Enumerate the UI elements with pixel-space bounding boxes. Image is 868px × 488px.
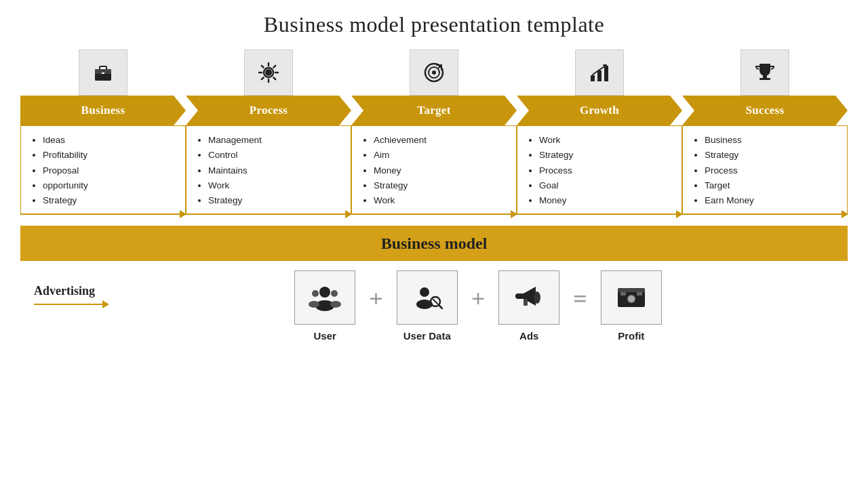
- advertising-section: Advertising: [34, 270, 122, 305]
- svg-rect-13: [763, 75, 767, 78]
- svg-point-33: [629, 296, 634, 302]
- target-arrow-shape: Target: [351, 96, 517, 125]
- list-item: Proposal: [43, 163, 178, 178]
- target-content: Achievement Aim Money Strategy Work: [351, 125, 517, 214]
- ads-label: Ads: [519, 330, 538, 342]
- growth-content: Work Strategy Process Goal Money: [517, 125, 682, 214]
- list-item: Work: [374, 193, 509, 208]
- list-item: Strategy: [539, 148, 675, 163]
- list-item: Work: [539, 133, 675, 148]
- list-item: Maintains: [208, 163, 344, 178]
- process-list: Management Control Maintains Work Strate…: [199, 133, 344, 208]
- user-label: User: [314, 330, 336, 342]
- user-data-label: User Data: [403, 330, 451, 342]
- list-item: opportunity: [43, 178, 178, 193]
- formula-user-data: User Data: [397, 270, 458, 342]
- success-bottom-arrow: [682, 214, 848, 215]
- list-item: Ideas: [43, 133, 178, 148]
- process-content: Management Control Maintains Work Strate…: [186, 125, 351, 214]
- svg-point-8: [432, 70, 436, 75]
- process-label: Process: [250, 104, 288, 117]
- process-arrow-line: [186, 214, 351, 215]
- plus-operator-2: +: [471, 285, 486, 328]
- list-item: Money: [374, 163, 509, 178]
- list-item: Money: [539, 193, 675, 208]
- list-item: Strategy: [374, 178, 509, 193]
- list-item: Aim: [374, 148, 509, 163]
- list-item: Strategy: [43, 193, 178, 208]
- profit-icon-box: [601, 270, 662, 325]
- main-title: Business model presentation template: [264, 12, 604, 37]
- growth-arrow-line: [517, 214, 682, 215]
- equals-operator: =: [573, 285, 587, 328]
- target-icon-box: [410, 49, 458, 96]
- formula-ads: Ads: [498, 270, 559, 342]
- business-list: Ideas Profitability Proposal opportunity…: [33, 133, 178, 208]
- target-arrow: Target: [351, 96, 517, 125]
- target-bottom-arrow: [351, 214, 517, 215]
- list-item: Strategy: [705, 148, 840, 163]
- plus-operator-1: +: [369, 285, 383, 328]
- success-icon-box: [741, 49, 789, 96]
- growth-bottom-arrow: [517, 214, 682, 215]
- svg-rect-14: [760, 78, 770, 80]
- advertising-text: Advertising: [34, 284, 95, 298]
- list-item: Strategy: [208, 193, 344, 208]
- list-item: Goal: [539, 178, 675, 193]
- column-success: Success Business Strategy Process Target…: [682, 49, 848, 215]
- process-arrow-shape: Process: [186, 96, 351, 125]
- process-bottom-arrow: [186, 214, 351, 215]
- success-label: Success: [746, 104, 785, 117]
- success-arrow: Success: [682, 96, 848, 125]
- list-item: Target: [705, 178, 840, 193]
- user-data-icon-box: [397, 270, 458, 325]
- target-label: Target: [417, 104, 450, 117]
- ads-icon-box: [498, 270, 559, 325]
- golden-bar: Business model: [20, 226, 848, 261]
- list-item: Achievement: [374, 133, 509, 148]
- column-target: Target Achievement Aim Money Strategy Wo…: [351, 49, 517, 215]
- column-business: Business Ideas Profitability Proposal op…: [20, 49, 186, 215]
- business-arrow-shape: Business: [20, 96, 186, 125]
- growth-label: Growth: [580, 104, 619, 117]
- column-growth: Growth Work Strategy Process Goal Money: [517, 49, 682, 215]
- svg-line-25: [433, 300, 437, 304]
- advertising-arrow: [34, 304, 108, 305]
- growth-list: Work Strategy Process Goal Money: [530, 133, 675, 208]
- svg-rect-26: [524, 299, 528, 306]
- list-item: Process: [705, 163, 840, 178]
- list-item: Control: [208, 148, 344, 163]
- money-icon: [615, 281, 648, 314]
- svg-line-24: [439, 305, 442, 308]
- svg-point-19: [331, 290, 338, 297]
- chart-icon: [587, 60, 612, 85]
- business-content: Ideas Profitability Proposal opportunity…: [20, 125, 186, 214]
- svg-rect-10: [591, 75, 595, 81]
- process-arrow: Process: [186, 96, 351, 125]
- business-bottom-arrow: [20, 214, 186, 215]
- list-item: Management: [208, 133, 344, 148]
- target-list: Achievement Aim Money Strategy Work: [364, 133, 509, 208]
- top-section: Business Ideas Profitability Proposal op…: [20, 49, 848, 215]
- svg-point-4: [265, 69, 272, 76]
- success-list: Business Strategy Process Target Earn Mo…: [695, 133, 840, 208]
- success-content: Business Strategy Process Target Earn Mo…: [682, 125, 848, 214]
- business-arrow: Business: [20, 96, 186, 125]
- success-arrow-shape: Success: [682, 96, 848, 125]
- svg-rect-31: [637, 292, 642, 296]
- business-model-label: Business model: [381, 235, 488, 253]
- growth-icon-box: [575, 49, 624, 96]
- svg-rect-30: [620, 292, 626, 296]
- list-item: Profitability: [43, 148, 178, 163]
- business-label: Business: [81, 104, 125, 117]
- trophy-icon: [753, 60, 777, 85]
- user-icon-box: [294, 270, 355, 325]
- list-item: Work: [208, 178, 344, 193]
- svg-point-21: [420, 287, 429, 297]
- svg-point-18: [309, 301, 319, 308]
- growth-arrow-shape: Growth: [517, 96, 682, 125]
- business-icon-box: [79, 49, 127, 96]
- briefcase-icon: [91, 60, 115, 85]
- business-arrow-line: [20, 214, 186, 215]
- svg-point-20: [330, 301, 341, 308]
